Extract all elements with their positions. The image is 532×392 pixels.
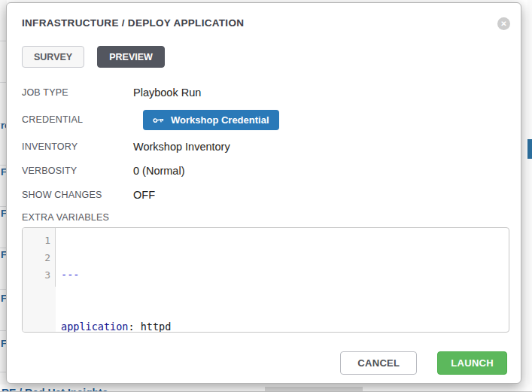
modal-header: INFRASTRUCTURE / DEPLOY APPLICATION ✕ [7,3,521,30]
modal-tabs: SURVEY PREVIEW [22,46,521,68]
job-detail-fields: JOB TYPE Playbook Run CREDENTIAL Worksho… [22,81,521,207]
job-type-label: JOB TYPE [22,87,133,98]
deploy-application-modal: INFRASTRUCTURE / DEPLOY APPLICATION ✕ SU… [6,2,521,384]
background-label-fragment [265,387,363,392]
tab-preview[interactable]: PREVIEW [97,46,165,68]
verbosity-value: 0 (Normal) [133,165,184,177]
editor-line-number-gutter: 1 2 3 [23,228,56,332]
tab-survey[interactable]: SURVEY [22,46,84,68]
show-changes-value: OFF [133,189,155,201]
credential-label: CREDENTIAL [22,114,133,125]
credential-chip[interactable]: Workshop Credential [143,110,279,130]
extra-variables-editor[interactable]: 1 2 3 --- application: httpd [22,227,509,333]
code-line: --- [61,266,509,284]
background-page-bottom-sliver: RE / Red Hat Insights [0,384,532,392]
modal-footer: CANCEL LAUNCH [7,351,507,375]
line-number: 3 [23,266,50,284]
launch-button[interactable]: LAUNCH [437,351,507,375]
background-breadcrumb-fragment: RE / Red Hat Insights [2,387,108,392]
key-icon [152,114,165,126]
inventory-label: INVENTORY [22,141,133,152]
extra-variables-label: EXTRA VARIABLES [22,212,521,223]
credential-chip-label: Workshop Credential [171,114,269,126]
cancel-button[interactable]: CANCEL [340,351,417,375]
background-button-fragment [527,139,532,159]
verbosity-label: VERBOSITY [22,166,133,176]
line-number: 1 [23,232,50,249]
background-page-right-sliver [527,0,532,392]
editor-code-area[interactable]: --- application: httpd [56,228,509,332]
inventory-value: Workshop Inventory [133,141,230,153]
modal-title: INFRASTRUCTURE / DEPLOY APPLICATION [22,17,244,29]
code-line: application: httpd [61,318,509,333]
show-changes-label: SHOW CHANGES [22,190,133,200]
field-row-verbosity: VERBOSITY 0 (Normal) [22,159,521,183]
field-row-inventory: INVENTORY Workshop Inventory [22,135,521,159]
field-row-show-changes: SHOW CHANGES OFF [22,183,521,207]
close-button[interactable]: ✕ [497,17,510,30]
field-row-job-type: JOB TYPE Playbook Run [22,81,521,105]
field-row-credential: CREDENTIAL Workshop Credential [22,105,521,135]
job-type-value: Playbook Run [133,87,201,99]
line-number: 2 [23,249,50,266]
close-icon: ✕ [500,20,506,28]
